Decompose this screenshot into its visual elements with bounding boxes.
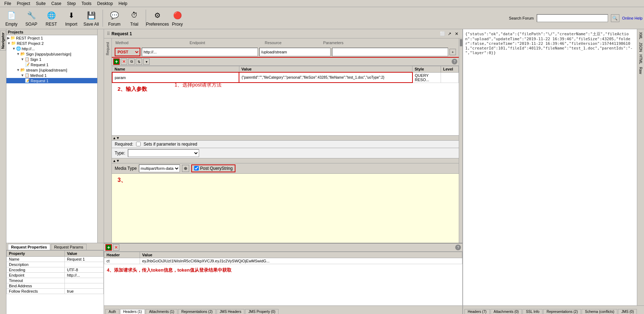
tree-node-project2[interactable]: ▼ 📁 REST Project 2 — [6, 41, 97, 46]
online-help-link[interactable]: Online Help — [622, 16, 643, 20]
prop-to-val — [64, 278, 103, 283]
bottom-tabs: Request Properties Request Params — [6, 243, 104, 250]
tree-node-req1-sign[interactable]: 📝 Request 1 — [6, 62, 97, 67]
toolbar-trial[interactable]: ⏱ Trial — [124, 8, 144, 28]
tree-node-req1-method[interactable]: 📝 Request 1 — [6, 78, 97, 83]
maximize-icon[interactable]: ⬜ — [440, 31, 445, 37]
expand-btn2[interactable]: ▲▼ — [113, 159, 120, 163]
options-param-btn[interactable]: ▾ — [143, 58, 150, 65]
vtab-raw[interactable]: Raw — [638, 66, 643, 75]
search-input[interactable] — [537, 14, 608, 22]
param-area: + ✕ ⧉ ⇅ ▾ ? — [112, 58, 459, 243]
resp-tab-schema[interactable]: Schema (conflicts) — [582, 309, 617, 314]
search-button[interactable]: 🔍 — [611, 14, 619, 22]
add-param-btn[interactable]: + — [450, 49, 456, 55]
header-col-value: Value — [140, 252, 462, 258]
menu-tools[interactable]: Tools — [79, 1, 94, 6]
toolbar-proxy[interactable]: 🔴 Proxy — [167, 8, 187, 28]
vtab-html[interactable]: HTML — [638, 53, 643, 66]
resp-tab-headers[interactable]: Headers (7) — [464, 309, 490, 314]
vtab-xml[interactable]: XML — [638, 31, 643, 41]
move-param-btn[interactable]: ⇅ — [136, 58, 142, 65]
toolbar-sep1 — [103, 10, 103, 27]
body-area: 3、 — [112, 173, 459, 243]
params-col-label: Parameters — [323, 41, 455, 45]
navigator-tab: Navigator — [0, 29, 6, 314]
vtab-request[interactable]: Request — [105, 40, 110, 57]
tree-node-stream-folder[interactable]: ▼ 📂 stream [/upload/stream] — [6, 67, 97, 73]
post-querystring-checkbox[interactable] — [194, 166, 199, 171]
media-type-select[interactable]: multipart/form-data — [139, 164, 180, 172]
tree-node-method1[interactable]: ▼ 📋 Method 1 — [6, 73, 97, 78]
menu-step[interactable]: Step — [64, 1, 79, 6]
tree-node-project1[interactable]: ▶ 📁 REST Project 1 — [6, 35, 97, 41]
response-panel: {"status":"ok","data":{"filePath":"\/","… — [462, 29, 644, 314]
controls-row: POST GET PUT DELETE 1、选择post请求方法 — [112, 47, 459, 58]
tab-jms-property[interactable]: JMS Property (0) — [245, 309, 279, 314]
request-body-area: Request Method Endpoint Resource Paramet… — [104, 38, 462, 243]
tab-representations[interactable]: Representations (2) — [178, 309, 216, 314]
menu-desktop[interactable]: Desktop — [94, 1, 116, 6]
tree-node-sign-folder[interactable]: ▼ 📂 Sign [/apps/pub/user/sign] — [6, 51, 97, 57]
tab-jms-headers[interactable]: JMS Headers — [217, 309, 245, 314]
forum-icon: 💬 — [109, 10, 120, 21]
expand-btn[interactable]: ▲▼ — [113, 136, 120, 140]
param-name-cell[interactable]: param — [112, 72, 239, 83]
prop-enc-key: Encoding — [7, 267, 65, 273]
tree-node-sign1[interactable]: ▼ 📋 Sign 1 — [6, 57, 97, 62]
header-value-cell[interactable]: eyJhbGciOiJIUzI1NiIsInR5cCI6IkpXVCJ9.eyJ… — [140, 258, 462, 264]
params-input[interactable] — [332, 48, 448, 56]
header-row: ct eyJhbGciOiJIUzI1NiIsInR5cCI6IkpXVCJ9.… — [104, 258, 462, 264]
param-help-btn[interactable]: ? — [452, 59, 457, 64]
add-header-btn[interactable]: + — [105, 244, 112, 251]
postqs-box: Post QueryString — [191, 164, 235, 172]
resp-tab-ssl[interactable]: SSL Info — [523, 309, 542, 314]
param-value-cell[interactable]: {"parentId":"","fileCategory":"personal"… — [239, 72, 412, 83]
restore-icon[interactable]: ↗ — [447, 31, 452, 37]
header-help-btn[interactable]: ? — [455, 245, 461, 250]
endpoint-input[interactable] — [142, 48, 258, 56]
menu-file[interactable]: File — [1, 1, 14, 6]
resp-tab-attachments[interactable]: Attachments (0) — [490, 309, 522, 314]
toolbar-rest[interactable]: 🌐 REST — [41, 8, 61, 28]
tab-auth[interactable]: Auth — [105, 309, 119, 314]
toolbar-preferences[interactable]: ⚙ Preferences — [147, 8, 167, 28]
add-param-btn2[interactable]: + — [113, 58, 120, 65]
expander-sign: ▼ — [16, 52, 20, 56]
del-header-btn[interactable]: ✕ — [113, 244, 119, 251]
menu-case[interactable]: Case — [48, 1, 64, 6]
del-param-btn[interactable]: ✕ — [121, 58, 127, 65]
menu-suite[interactable]: Suite — [33, 1, 48, 6]
type-select[interactable] — [128, 149, 199, 157]
toolbar-forum[interactable]: 💬 Forum — [104, 8, 124, 28]
toolbar-import[interactable]: ⬇ Import — [61, 8, 81, 28]
required-checkbox[interactable] — [136, 142, 141, 146]
toolbar-saveall[interactable]: 💾 Save All — [81, 8, 101, 28]
header-name-cell[interactable]: ct — [104, 258, 140, 264]
tab-attachments[interactable]: Attachments (1) — [146, 309, 177, 314]
menu-help[interactable]: Help — [116, 1, 130, 6]
tab-request-params[interactable]: Request Params — [51, 244, 87, 250]
clone-param-btn[interactable]: ⧉ — [128, 58, 135, 65]
tab-request-properties[interactable]: Request Properties — [8, 244, 50, 250]
prop-name-key: Name — [7, 257, 65, 262]
toolbar-soap[interactable]: 🔧 SOAP — [21, 8, 41, 28]
tree-node-endpoint[interactable]: ▼ 🌐 http://... — [6, 46, 97, 51]
navigator-label[interactable]: Navigator — [1, 32, 5, 49]
resource-input[interactable] — [259, 48, 331, 56]
response-content: {"status":"ok","data":{"filePath":"\/","… — [463, 29, 637, 305]
col-level: Level — [441, 66, 459, 73]
method-select[interactable]: POST GET PUT DELETE — [115, 48, 140, 56]
param-scroll — [459, 38, 462, 243]
expander-icon: ▶ — [7, 36, 10, 40]
toolbar-empty[interactable]: 📄 Empty — [1, 8, 21, 28]
media-type-icon-btn[interactable]: ⊕ — [182, 165, 189, 172]
project1-label: REST Project 1 — [16, 36, 43, 40]
menu-project[interactable]: Project — [14, 1, 33, 6]
resp-tab-jms[interactable]: JMS (0) — [618, 309, 637, 314]
tab-headers[interactable]: Headers (1) — [120, 309, 145, 314]
scroll-thumb[interactable] — [460, 39, 462, 46]
vtab-json[interactable]: JSON — [638, 41, 643, 53]
close-request-icon[interactable]: ✕ — [454, 31, 459, 37]
resp-tab-representations[interactable]: Representations (2) — [543, 309, 581, 314]
